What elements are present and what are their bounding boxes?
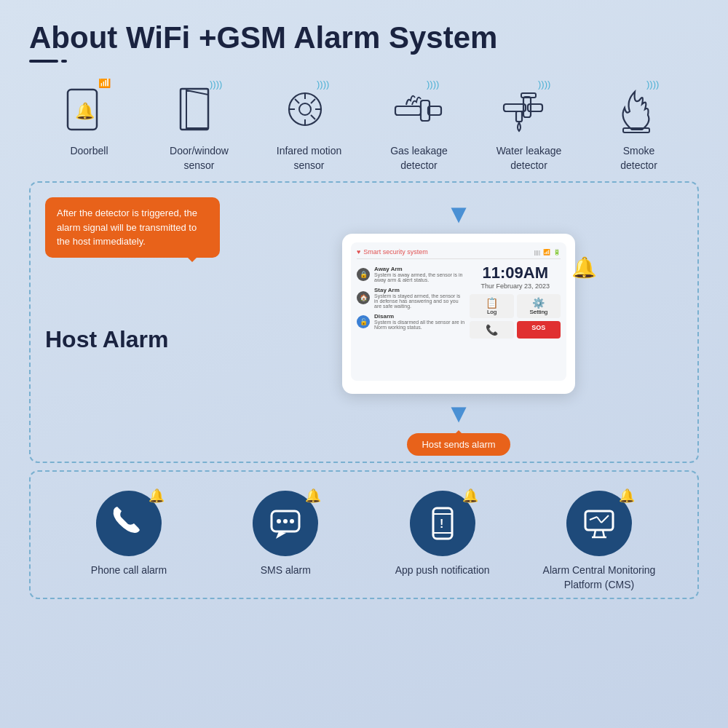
- menu-away-arm: 🔒 Away Arm System is away armed, the sen…: [357, 264, 465, 285]
- right-panel: ▼ ♥ Smart security system: [234, 197, 683, 456]
- device-door-window: )))) Door/windowsensor: [146, 79, 252, 173]
- bell-alarm-icon: 🔔: [571, 256, 597, 280]
- host-sends-section: ▼ Host sends alarm: [407, 397, 510, 456]
- svg-text:)))): )))): [210, 79, 222, 90]
- speech-bubble: After the detector is triggered, the ala…: [45, 197, 220, 258]
- svg-line-40: [597, 517, 601, 523]
- device-doorbell: 📶 🔔 Doorbell: [36, 79, 142, 159]
- svg-rect-24: [521, 93, 536, 98]
- door-window-label: Door/windowsensor: [170, 144, 229, 173]
- host-sends-bubble: Host sends alarm: [407, 433, 510, 456]
- svg-point-14: [299, 103, 311, 115]
- notif-phone: 🔔 Phone call alarm: [52, 491, 205, 578]
- svg-line-12: [311, 115, 315, 119]
- screen-menu: 🔒 Away Arm System is away armed, the sen…: [357, 264, 465, 339]
- screen-date: Thur February 23, 2023: [480, 282, 550, 290]
- app-icon-wrapper: ! 🔔: [410, 491, 475, 556]
- svg-point-28: [277, 519, 281, 523]
- phone-icon-wrapper: 🔔: [96, 491, 162, 556]
- svg-text:!: !: [440, 518, 443, 530]
- middle-section: After the detector is triggered, the ala…: [45, 197, 683, 456]
- svg-line-41: [601, 515, 609, 523]
- device-water: )))) Water leakagedetector: [476, 79, 582, 173]
- app-name: Smart security system: [363, 248, 428, 256]
- disarm-icon: 🔓: [357, 315, 370, 328]
- devices-row: 📶 🔔 Doorbell )))) Door/wi: [29, 79, 699, 173]
- svg-rect-16: [395, 106, 421, 115]
- screen-time: 11:09AM: [482, 264, 547, 282]
- cms-label: Alarm Central MonitoringPlatform (CMS): [543, 563, 656, 592]
- notification-row: 🔔 Phone call alarm: [45, 491, 683, 592]
- sos-button[interactable]: SOS: [517, 321, 561, 339]
- stay-arm-icon: 🏠: [357, 291, 370, 304]
- screen-status: ||||📶🔋: [534, 249, 561, 256]
- app-bell-badge: 🔔: [462, 488, 478, 504]
- sms-icon-wrapper: 🔔: [253, 491, 318, 556]
- sms-label: SMS alarm: [261, 563, 311, 578]
- water-icon: )))): [500, 79, 558, 137]
- main-flow-box: After the detector is triggered, the ala…: [29, 181, 699, 463]
- sms-bell-badge: 🔔: [305, 488, 321, 504]
- motion-icon: )))): [280, 79, 339, 137]
- smoke-icon: )))): [610, 79, 668, 137]
- svg-point-29: [283, 519, 288, 523]
- door-window-icon: )))): [170, 79, 229, 137]
- svg-text:🔔: 🔔: [75, 101, 95, 121]
- phone-button[interactable]: 📞: [470, 321, 513, 339]
- svg-line-39: [590, 517, 597, 520]
- menu-stay-arm: 🏠 Stay Arm System is stayed armed, the s…: [357, 285, 465, 311]
- phone-bell-badge: 🔔: [149, 488, 165, 504]
- notif-app: ! 🔔 App push notification: [366, 491, 519, 578]
- doorbell-label: Doorbell: [70, 144, 108, 159]
- phone-label: Phone call alarm: [91, 563, 167, 578]
- svg-text:)))): )))): [427, 79, 439, 90]
- title-decoration: [29, 60, 699, 63]
- svg-rect-20: [504, 104, 526, 111]
- notif-sms: 🔔 SMS alarm: [209, 491, 362, 578]
- notifications-box: 🔔 Phone call alarm: [29, 470, 699, 599]
- smoke-label: Smokedetector: [620, 144, 657, 173]
- device-gas: )))) Gas leakagedetector: [366, 79, 472, 173]
- notif-cms: 🔔 Alarm Central MonitoringPlatform (CMS): [523, 491, 676, 592]
- arrow-down-1: ▼: [446, 199, 472, 229]
- device-motion: )))) Infared motionsensor: [256, 79, 362, 173]
- away-arm-text: Away Arm System is away armed, the senso…: [374, 266, 465, 282]
- host-device: ♥ Smart security system ||||📶🔋: [342, 234, 575, 394]
- device-screen: ♥ Smart security system ||||📶🔋: [351, 242, 566, 381]
- svg-rect-4: [181, 89, 208, 130]
- screen-logo: ♥ Smart security system: [357, 248, 428, 256]
- host-device-wrapper: ♥ Smart security system ||||📶🔋: [342, 234, 575, 394]
- motion-label: Infared motionsensor: [277, 144, 342, 173]
- away-arm-icon: 🔒: [357, 268, 370, 281]
- cms-bell-badge: 🔔: [619, 488, 635, 504]
- svg-text:📶: 📶: [98, 79, 111, 89]
- stay-arm-text: Stay Arm System is stayed armed, the sen…: [374, 287, 465, 309]
- host-alarm-label: Host Alarm: [45, 326, 169, 353]
- page-title: About WiFi +GSM Alarm System: [29, 20, 699, 55]
- svg-point-30: [290, 519, 294, 523]
- screen-right: 11:09AM Thur February 23, 2023 📋 Log: [470, 264, 561, 339]
- svg-text:)))): )))): [538, 79, 550, 90]
- app-label: App push notification: [395, 563, 490, 578]
- svg-text:)))): )))): [646, 79, 659, 90]
- svg-line-11: [295, 99, 299, 103]
- doorbell-icon: 📶 🔔: [60, 79, 119, 137]
- water-label: Water leakagedetector: [496, 144, 562, 173]
- left-column: After the detector is triggered, the ala…: [45, 197, 220, 353]
- gas-icon: )))): [390, 79, 448, 137]
- disarm-text: Disarm System is disarmed all the sensor…: [374, 313, 465, 330]
- screen-buttons: 📋 Log ⚙️ Setting 📞: [470, 294, 561, 339]
- page: About WiFi +GSM Alarm System 📶 🔔 Doorbel…: [0, 0, 728, 728]
- svg-rect-23: [516, 111, 522, 122]
- cms-icon-wrapper: 🔔: [566, 491, 632, 556]
- setting-button[interactable]: ⚙️ Setting: [517, 294, 561, 318]
- svg-text:)))): )))): [317, 79, 329, 90]
- log-button[interactable]: 📋 Log: [470, 294, 513, 318]
- screen-header: ♥ Smart security system ||||📶🔋: [357, 248, 561, 259]
- device-smoke: )))) Smokedetector: [586, 79, 692, 173]
- gas-label: Gas leakagedetector: [390, 144, 448, 173]
- svg-line-13: [311, 99, 315, 103]
- menu-disarm: 🔓 Disarm System is disarmed all the sens…: [357, 311, 465, 332]
